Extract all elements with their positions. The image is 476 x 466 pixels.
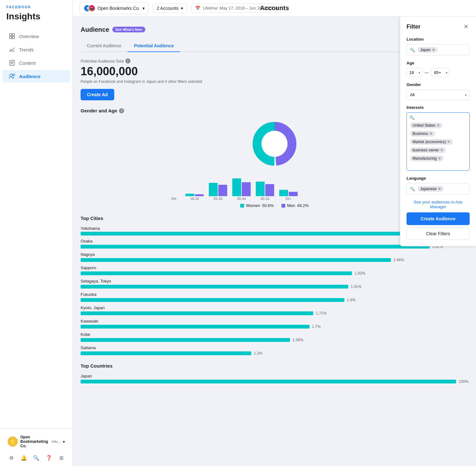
search-icon: 🔍 [410, 48, 415, 52]
avatar: ⭐ [8, 436, 18, 447]
remove-interest-tag[interactable]: ✕ [440, 148, 443, 152]
people-icon [9, 73, 15, 79]
language-tag-label: Japanese [420, 187, 437, 191]
search-icon[interactable]: 🔍 [32, 453, 41, 462]
city-pct: 1.93% [354, 271, 365, 276]
interests-box[interactable]: 🔍 United States ✕ Business ✕ Market (eco… [407, 112, 470, 171]
accounts-count-selector[interactable]: 2 Accounts ▾ [153, 3, 188, 13]
see-whats-new-badge[interactable]: See What's New [112, 27, 145, 32]
remove-language-tag[interactable]: ✕ [438, 187, 441, 191]
location-label: Location [407, 37, 470, 42]
list-item: Kyoto, Japan 1.71% [81, 305, 468, 316]
create-audience-button[interactable]: Create Audience [407, 212, 470, 225]
city-bar [81, 338, 290, 342]
city-bar [81, 298, 344, 302]
chevron-down-icon: ▾ [63, 439, 65, 444]
interest-label: Business [413, 131, 428, 136]
filter-header: Filter ✕ [407, 23, 470, 30]
list-item: Sapporo 1.93% [81, 265, 468, 276]
gender-label: Gender [407, 82, 470, 87]
zero-percent-label: 0% [171, 197, 176, 201]
main-area: f 📷 Open Bookmarks Co. ▾ 2 Accounts ▾ 📅 … [73, 0, 476, 466]
sidebar-item-label: Trends [19, 47, 34, 52]
remove-interest-tag[interactable]: ✕ [437, 123, 440, 128]
see-audiences-link[interactable]: See your audiences in Ads Manager [407, 200, 470, 209]
create-ad-button[interactable]: Create Ad [81, 89, 114, 100]
remove-interest-tag[interactable]: ✕ [447, 140, 450, 144]
city-bar [81, 258, 391, 262]
svg-rect-2 [10, 37, 12, 39]
accounts-count-label: 2 Accounts [157, 6, 179, 11]
remove-interest-tag[interactable]: ✕ [429, 131, 433, 136]
city-pct: 1.2% [254, 351, 262, 356]
sidebar-item-overview[interactable]: Overview [3, 30, 70, 43]
sidebar-item-content[interactable]: Content [3, 57, 70, 69]
city-pct: 1.58% [293, 338, 303, 342]
sidebar-nav: Overview Trends Content [0, 27, 73, 428]
bell-icon[interactable]: 🔔 [19, 453, 28, 462]
women-label: Women [246, 203, 260, 208]
bar-men [265, 184, 274, 196]
chart-icon [9, 46, 15, 53]
city-name: Nagoya [81, 252, 468, 257]
sidebar-item-trends[interactable]: Trends [3, 43, 70, 56]
close-icon[interactable]: ✕ [462, 23, 470, 30]
filter-location: Location 🔍 Japan ✕ [407, 37, 470, 56]
list-item: Setagaya, Tokyo 1.91% [81, 279, 468, 289]
info-icon: i [125, 58, 130, 63]
filter-gender: Gender All [407, 82, 470, 100]
tab-potential-audience[interactable]: Potential Audience [128, 40, 180, 52]
age-min-select[interactable]: 18 [407, 68, 422, 77]
bar-women [232, 178, 241, 196]
city-name: Sapporo [81, 265, 468, 270]
city-name: Saitama [81, 345, 468, 350]
interest-label: Market (economics) [413, 140, 446, 144]
sidebar: FACEBOOK Insights Overview Trends [0, 0, 73, 466]
bar-group-35-44: 35-44 [232, 178, 251, 201]
remove-interest-tag[interactable]: ✕ [438, 156, 441, 161]
gender-select[interactable]: All [407, 90, 470, 100]
search-icon: 🔍 [409, 115, 414, 120]
help-icon[interactable]: ❓ [44, 453, 53, 462]
svg-rect-1 [12, 34, 15, 36]
tab-current-audience[interactable]: Current Audience [81, 40, 128, 52]
bar-men [289, 192, 298, 196]
page-title: Accounts [260, 4, 289, 12]
donut-chart [249, 118, 300, 170]
bar-women [209, 183, 218, 196]
age-label: Age [407, 61, 470, 65]
grid-icon[interactable]: ⊞ [57, 453, 66, 462]
language-input-wrap[interactable]: 🔍 Japanese ✕ [407, 183, 470, 195]
city-pct: 1.71% [316, 311, 327, 316]
remove-location-tag[interactable]: ✕ [432, 48, 435, 52]
gender-select-wrap: All [407, 90, 470, 100]
svg-point-12 [261, 131, 288, 157]
bar-women [185, 194, 194, 196]
sidebar-account[interactable]: ⭐ Open Bookmarketing Co. info... ▾ [5, 432, 68, 451]
city-name: Kyoto, Japan [81, 305, 468, 310]
city-bar [81, 245, 430, 249]
content-icon [9, 60, 15, 66]
age-max-select[interactable]: 65+ [431, 68, 449, 77]
location-tag-label: Japan [420, 48, 431, 52]
city-pct: 1.7% [312, 324, 321, 329]
legend-men: Men 49.2% [281, 203, 309, 208]
sidebar-item-audience[interactable]: Audience [3, 70, 70, 83]
settings-icon[interactable]: ⚙ [7, 453, 16, 462]
legend-women: Women 50.6% [240, 203, 274, 208]
sidebar-title: Insights [0, 11, 73, 27]
interest-tag: Market (economics) ✕ [410, 139, 453, 145]
bar-label: 25-34 [214, 197, 222, 201]
country-bar [81, 380, 456, 383]
city-bar [81, 271, 352, 275]
city-bar [81, 325, 309, 329]
chart-legend: Women 50.6% Men 49.2% [240, 203, 309, 208]
account-selector[interactable]: f 📷 Open Bookmarks Co. ▾ [79, 2, 149, 14]
sidebar-footer-icons: ⚙ 🔔 🔍 ❓ ⊞ [5, 451, 68, 462]
clear-filters-button[interactable]: Clear Filters [407, 228, 470, 240]
calendar-icon: 📅 [195, 6, 200, 10]
interest-label: business owner [413, 148, 439, 152]
bar-label: 35-44 [237, 197, 246, 201]
interests-input[interactable] [409, 163, 467, 168]
location-input-wrap[interactable]: 🔍 Japan ✕ [407, 44, 470, 56]
